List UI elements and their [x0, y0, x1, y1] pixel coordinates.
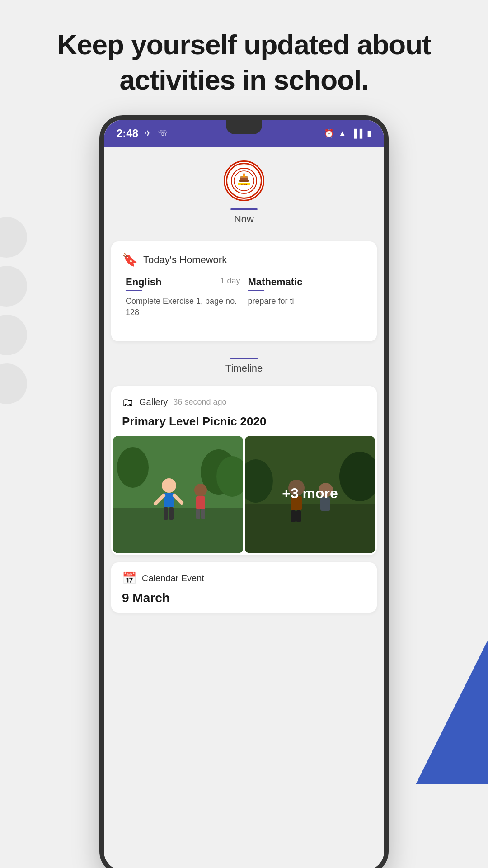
svg-point-20 [194, 484, 207, 496]
svg-rect-16 [164, 507, 168, 520]
gallery-card-header: 🗂 Gallery 36 second ago [111, 386, 377, 415]
homework-card-header: 🔖 Today's Homework [122, 252, 366, 267]
status-right: ⏰ ▲ ▐▐ ▮ [324, 128, 371, 138]
calendar-date: 9 March [111, 591, 377, 613]
now-tab-bar [230, 208, 258, 210]
chat-icon: ✈ [145, 128, 151, 138]
app-content: NDVM Now 🔖 Today's Homework Eng [104, 147, 384, 868]
school-logo-inner: NDVM [226, 163, 262, 199]
svg-point-14 [162, 478, 176, 493]
calendar-card[interactable]: 📅 Calendar Event 9 March [111, 562, 377, 613]
calendar-icon: 📅 [122, 571, 136, 585]
gallery-title: Primary Level Picnic 2020 [111, 415, 377, 436]
homework-item-math-header: Mathematic [248, 276, 363, 291]
homework-english-desc: Complete Exercise 1, page no. 128 [126, 296, 240, 318]
homework-math-desc: prepare for ti [248, 296, 363, 307]
gallery-image-1-svg [113, 436, 243, 553]
homework-math-subject: Mathematic [248, 276, 303, 288]
timeline-label: Timeline [225, 363, 263, 374]
svg-rect-2 [239, 180, 249, 182]
now-tab[interactable]: Now [230, 208, 258, 225]
homework-english-subject: English [126, 276, 161, 288]
whatsapp-icon: ☏ [158, 128, 168, 138]
page-title: Keep yourself updated about activities i… [36, 27, 452, 97]
gallery-time: 36 second ago [173, 397, 226, 407]
background-circles [0, 217, 27, 404]
homework-english-underline [126, 290, 142, 291]
homework-icon: 🔖 [122, 252, 138, 267]
svg-rect-3 [240, 178, 248, 180]
gallery-card[interactable]: 🗂 Gallery 36 second ago Primary Level Pi… [111, 386, 377, 555]
gallery-image-2-svg: +3 more [245, 436, 375, 553]
school-logo: NDVM [224, 160, 264, 201]
wifi-icon: ▲ [338, 129, 347, 138]
homework-math-underline [248, 290, 264, 291]
status-left: 2:48 ✈ ☏ [117, 127, 168, 140]
svg-rect-21 [196, 496, 205, 509]
battery-icon: ▮ [367, 128, 371, 138]
homework-math-subject-block: Mathematic [248, 276, 303, 291]
svg-text:+3 more: +3 more [282, 485, 338, 501]
svg-point-6 [243, 175, 245, 177]
homework-card: 🔖 Today's Homework English 1 day Complet… [111, 241, 377, 341]
page-header: Keep yourself updated about activities i… [0, 0, 488, 115]
homework-item-english[interactable]: English 1 day Complete Exercise 1, page … [122, 276, 244, 330]
svg-rect-23 [201, 509, 205, 519]
phone-frame: 2:48 ✈ ☏ ⏰ ▲ ▐▐ ▮ [99, 115, 389, 868]
now-tab-label: Now [234, 213, 254, 225]
homework-english-subject-block: English [126, 276, 161, 291]
timeline-bar [230, 358, 258, 359]
homework-item-math[interactable]: Mathematic prepare for ti [244, 276, 366, 330]
timeline-section: Timeline [104, 349, 384, 379]
svg-rect-17 [169, 507, 174, 520]
background-triangle [416, 640, 488, 784]
svg-rect-22 [196, 509, 200, 519]
school-header: NDVM Now [104, 147, 384, 234]
homework-grid: English 1 day Complete Exercise 1, page … [122, 276, 366, 330]
signal-icon: ▐▐ [351, 129, 362, 138]
svg-rect-10 [113, 508, 243, 553]
homework-card-title: Today's Homework [143, 254, 227, 266]
phone-notch [226, 120, 262, 134]
svg-text:NDVM: NDVM [241, 183, 248, 186]
school-emblem-icon: NDVM [230, 167, 258, 194]
gallery-images: +3 more [111, 436, 377, 555]
calendar-type: Calendar Event [142, 573, 204, 584]
gallery-type: Gallery [139, 397, 168, 407]
gallery-image-1[interactable] [113, 436, 243, 553]
svg-point-13 [117, 447, 149, 488]
gallery-image-2[interactable]: +3 more [245, 436, 375, 553]
status-time: 2:48 [117, 127, 138, 140]
homework-english-days: 1 day [220, 276, 240, 286]
calendar-card-header: 📅 Calendar Event [111, 562, 377, 591]
gallery-icon: 🗂 [122, 395, 134, 409]
alarm-icon: ⏰ [324, 128, 334, 138]
homework-item-english-header: English 1 day [126, 276, 240, 291]
